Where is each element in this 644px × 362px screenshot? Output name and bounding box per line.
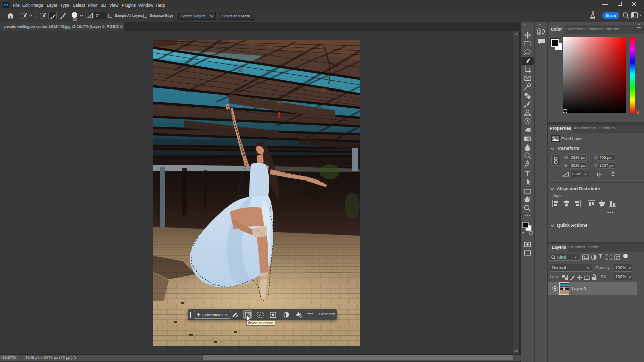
svg-text:T: T <box>525 170 530 178</box>
